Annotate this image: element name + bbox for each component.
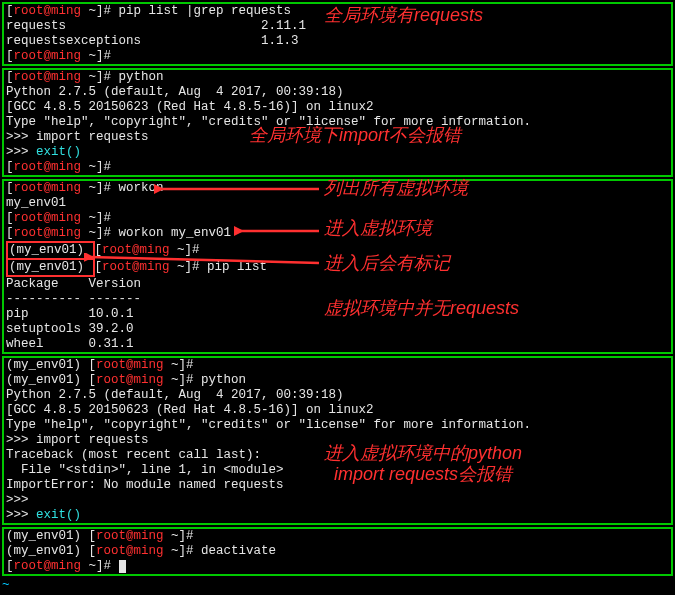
- block-deactivate: (my_env01) [root@ming ~]# (my_env01) [ro…: [2, 527, 673, 576]
- terminal-line: [root@ming ~]#: [6, 49, 669, 64]
- terminal-line: wheel 0.31.1: [6, 337, 669, 352]
- terminal-line: [root@ming ~]#: [6, 559, 669, 574]
- cursor-icon: [119, 560, 126, 573]
- terminal-line: (my_env01) [root@ming ~]#: [6, 358, 669, 373]
- terminal-line: Type "help", "copyright", "credits" or "…: [6, 418, 669, 433]
- terminal-line: (my_env01) [root@ming ~]#: [6, 529, 669, 544]
- annotation-venv-marker: 进入后会有标记: [324, 256, 450, 271]
- block-python-global: [root@ming ~]# python Python 2.7.5 (defa…: [2, 68, 673, 177]
- terminal-line: Package Version: [6, 277, 669, 292]
- terminal-line: (my_env01) [root@ming ~]# python: [6, 373, 669, 388]
- annotation-global-has-requests: 全局环境有requests: [324, 8, 483, 23]
- terminal-line: Python 2.7.5 (default, Aug 4 2017, 00:39…: [6, 85, 669, 100]
- terminal-line: requestsexceptions 1.1.3: [6, 34, 669, 49]
- terminal-line: ~: [2, 578, 673, 593]
- block-workon-venv: [root@ming ~]# workon my_env01 [root@min…: [2, 179, 673, 354]
- terminal-line: (my_env01) [root@ming ~]# deactivate: [6, 544, 669, 559]
- terminal-line: [GCC 4.8.5 20150623 (Red Hat 4.8.5-16)] …: [6, 100, 669, 115]
- annotation-list-venvs: 列出所有虚拟环境: [324, 181, 468, 196]
- terminal-line: setuptools 39.2.0: [6, 322, 669, 337]
- annotation-venv-python: 进入虚拟环境中的python: [324, 446, 522, 461]
- terminal-line: >>> exit(): [6, 508, 669, 523]
- terminal-line: [root@ming ~]#: [6, 160, 669, 175]
- annotation-import-no-error: 全局环境下import不会报错: [249, 128, 461, 143]
- annotation-enter-venv: 进入虚拟环境: [324, 221, 432, 236]
- terminal-line: [GCC 4.8.5 20150623 (Red Hat 4.8.5-16)] …: [6, 403, 669, 418]
- terminal-line: >>> exit(): [6, 145, 669, 160]
- terminal-line: >>>: [6, 493, 669, 508]
- block-pip-list-global: [root@ming ~]# pip list |grep requests r…: [2, 2, 673, 66]
- terminal-line: my_env01: [6, 196, 669, 211]
- annotation-no-requests: 虚拟环境中并无requests: [324, 301, 519, 316]
- venv-marker-box: (my_env01): [6, 258, 95, 277]
- terminal-line: Python 2.7.5 (default, Aug 4 2017, 00:39…: [6, 388, 669, 403]
- terminal-line: [root@ming ~]# python: [6, 70, 669, 85]
- annotation-import-error: import requests会报错: [334, 467, 512, 482]
- block-python-venv: (my_env01) [root@ming ~]# (my_env01) [ro…: [2, 356, 673, 525]
